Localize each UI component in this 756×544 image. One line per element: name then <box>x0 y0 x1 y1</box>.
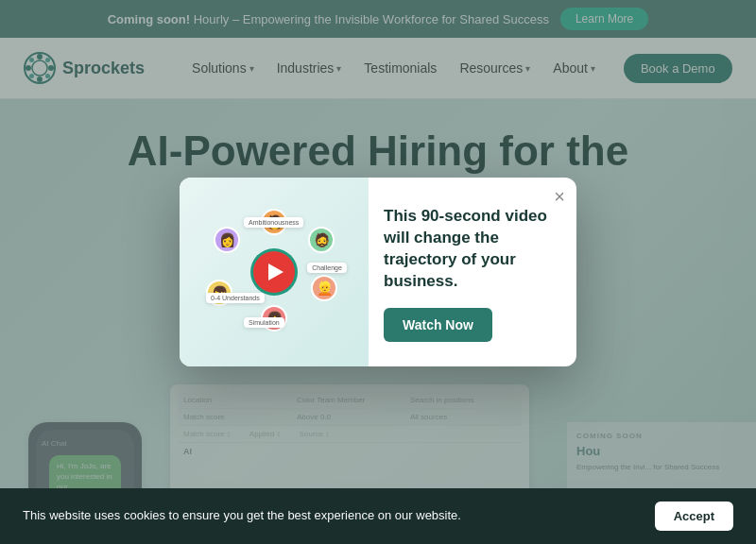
cookie-bar: This website uses cookies to ensure you … <box>0 488 756 544</box>
watch-now-button[interactable]: Watch Now <box>384 308 492 342</box>
diagram-label: Ambitionousness <box>244 217 303 228</box>
avatar: 👱 <box>311 275 337 301</box>
modal-description: This 90-second video will change the tra… <box>384 206 558 293</box>
modal-video-panel: 🧑 👩 👦 👧 🧔 👱 Click to Play Ambitionousnes… <box>180 178 369 366</box>
accept-cookies-button[interactable]: Accept <box>655 502 733 531</box>
cookie-text: This website uses cookies to ensure you … <box>23 507 636 524</box>
avatar: 🧔 <box>308 227 335 253</box>
play-button[interactable] <box>253 251 295 293</box>
diagram-label: 0-4 Understands <box>206 293 265 303</box>
play-triangle-icon <box>268 264 284 280</box>
diagram-label: Challenge <box>307 263 347 273</box>
close-button[interactable]: × <box>554 187 565 206</box>
video-modal: × 🧑 👩 👦 👧 🧔 👱 Click to Play Ambitionousn… <box>180 178 576 366</box>
modal-text-panel: This 90-second video will change the tra… <box>369 178 576 366</box>
diagram-label: Simulation <box>244 317 284 328</box>
modal-overlay[interactable]: × 🧑 👩 👦 👧 🧔 👱 Click to Play Ambitionousn… <box>0 0 756 544</box>
avatar: 👩 <box>214 227 240 253</box>
